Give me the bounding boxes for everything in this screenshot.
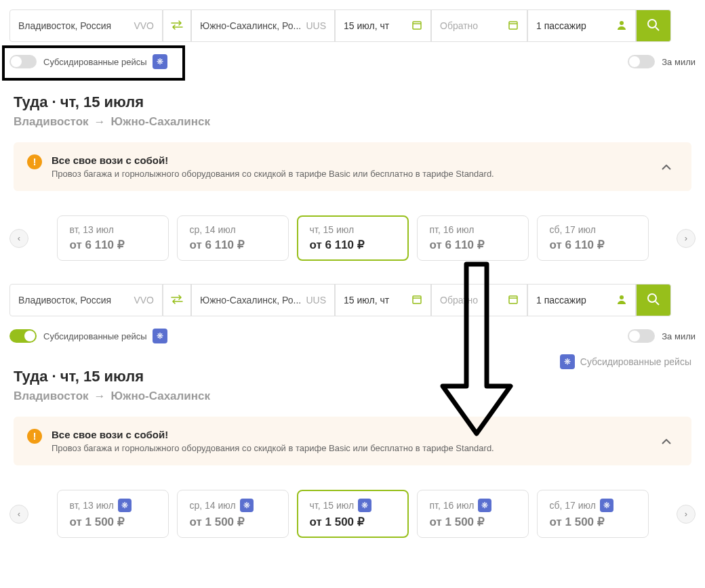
miles-toggle-group: За мили <box>628 329 696 343</box>
date-tile[interactable]: вт, 13 июл от 6 110 ₽ <box>57 215 169 261</box>
to-city: Южно-Сахалинск, Ро... <box>200 295 301 306</box>
to-field[interactable]: Южно-Сахалинск, Ро... UUS <box>191 9 335 42</box>
date-tile[interactable]: ср, 14 июл от 1 500 ₽ <box>177 490 289 538</box>
svg-point-2 <box>620 21 624 25</box>
return-date-field[interactable]: Обратно <box>431 9 527 42</box>
date-tile[interactable]: сб, 17 июл от 6 110 ₽ <box>537 215 649 261</box>
from-city: Владивосток, Россия <box>18 295 111 306</box>
route-text: Владивосток → Южно-Сахалинск <box>14 115 691 129</box>
svg-point-7 <box>648 294 656 302</box>
banner-text: Провоз багажа и горнолыжного оборудовани… <box>52 169 494 179</box>
next-dates-button[interactable]: › <box>677 505 696 524</box>
date-tile[interactable]: вт, 13 июл от 1 500 ₽ <box>57 490 169 538</box>
toggle-row-2: Субсидированные рейсы За мили <box>0 326 705 352</box>
banner-text: Провоз багажа и горнолыжного оборудовани… <box>52 443 494 453</box>
person-icon <box>616 294 627 307</box>
date-tile[interactable]: ср, 14 июл от 6 110 ₽ <box>177 215 289 261</box>
to-field[interactable]: Южно-Сахалинск, Ро... UUS <box>191 284 335 316</box>
next-dates-button[interactable]: › <box>677 229 696 248</box>
direction-title: Туда · чт, 15 июля <box>14 368 210 385</box>
depart-date-field[interactable]: 15 июл, чт <box>335 9 431 42</box>
date-carousel-1: ‹ вт, 13 июл от 6 110 ₽ ср, 14 июл от 6 … <box>0 202 705 268</box>
eagle-icon <box>153 329 167 343</box>
depart-date-field[interactable]: 15 июл, чт <box>335 284 431 316</box>
svg-rect-0 <box>413 22 421 29</box>
svg-point-6 <box>620 295 624 299</box>
prev-dates-button[interactable]: ‹ <box>9 229 28 248</box>
from-code: VVO <box>129 295 154 306</box>
miles-label: За мили <box>662 331 696 341</box>
to-city: Южно-Сахалинск, Ро... <box>200 20 301 31</box>
miles-label: За мили <box>662 57 696 67</box>
pax-text: 1 пассажир <box>536 295 586 306</box>
from-field[interactable]: Владивосток, Россия VVO <box>9 9 163 42</box>
calendar-icon <box>411 20 422 33</box>
info-banner-2[interactable]: ! Все свое вози с собой! Провоз багажа и… <box>14 417 691 465</box>
exclamation-icon: ! <box>27 429 42 444</box>
calendar-icon <box>508 20 519 33</box>
search-bar-2: Владивосток, Россия VVO Южно-Сахалинск, … <box>0 274 705 326</box>
subsidized-toggle-on[interactable] <box>9 329 37 343</box>
svg-rect-4 <box>413 296 421 303</box>
subsidy-tag-text: Субсидированные рейсы <box>580 356 691 367</box>
highlight-annotation <box>2 45 185 81</box>
person-icon <box>616 20 627 33</box>
passengers-field[interactable]: 1 пассажир <box>527 284 636 316</box>
return-date-text: Обратно <box>440 20 478 31</box>
subsidy-tag: Субсидированные рейсы <box>555 352 705 369</box>
from-field[interactable]: Владивосток, Россия VVO <box>9 284 163 316</box>
miles-toggle[interactable] <box>628 55 655 68</box>
prev-dates-button[interactable]: ‹ <box>9 505 28 524</box>
chevron-up-icon <box>662 435 678 447</box>
calendar-icon <box>411 294 422 307</box>
route-to: Южно-Сахалинск <box>111 115 210 129</box>
route-from: Владивосток <box>14 115 89 129</box>
banner-title: Все свое вози с собой! <box>52 154 494 166</box>
exclamation-icon: ! <box>27 154 42 169</box>
route-from: Владивосток <box>14 390 89 403</box>
eagle-icon <box>600 499 613 512</box>
svg-rect-1 <box>509 22 517 29</box>
date-tile[interactable]: пт, 16 июл от 6 110 ₽ <box>417 215 529 261</box>
date-tile-selected[interactable]: чт, 15 июл от 1 500 ₽ <box>297 490 409 538</box>
swap-icon <box>171 20 183 33</box>
miles-toggle-group: За мили <box>628 55 696 68</box>
section-header-1: Туда · чт, 15 июля Владивосток → Южно-Са… <box>0 77 705 131</box>
route-text: Владивосток → Южно-Сахалинск <box>14 390 210 403</box>
svg-point-3 <box>648 20 656 28</box>
eagle-icon <box>560 354 575 369</box>
eagle-icon <box>118 499 132 512</box>
date-tile-selected[interactable]: чт, 15 июл от 6 110 ₽ <box>297 215 409 261</box>
eagle-icon <box>478 499 491 512</box>
subsidized-label: Субсидированные рейсы <box>43 331 147 341</box>
depart-date-text: 15 июл, чт <box>344 20 389 31</box>
banner-title: Все свое вози с собой! <box>52 429 494 440</box>
passengers-field[interactable]: 1 пассажир <box>527 9 636 42</box>
depart-date-text: 15 июл, чт <box>344 295 389 306</box>
miles-toggle[interactable] <box>628 329 655 343</box>
search-bar-1: Владивосток, Россия VVO Южно-Сахалинск, … <box>0 0 705 51</box>
arrow-right-icon: → <box>94 390 106 403</box>
eagle-icon <box>240 499 254 512</box>
date-tile[interactable]: пт, 16 июл от 1 500 ₽ <box>417 490 529 538</box>
to-code: UUS <box>302 295 326 306</box>
search-icon <box>647 293 660 308</box>
route-to: Южно-Сахалинск <box>111 390 210 403</box>
from-code: VVO <box>129 20 154 31</box>
search-icon <box>647 18 660 34</box>
section-header-2: Туда · чт, 15 июля Владивосток → Южно-Са… <box>0 352 224 406</box>
chevron-up-icon <box>662 161 678 173</box>
arrow-right-icon: → <box>94 115 106 129</box>
info-banner-1[interactable]: ! Все свое вози с собой! Провоз багажа и… <box>14 142 691 191</box>
swap-button[interactable] <box>163 9 191 42</box>
search-button[interactable] <box>636 284 671 316</box>
to-code: UUS <box>302 20 326 31</box>
date-tile[interactable]: сб, 17 июл от 1 500 ₽ <box>537 490 649 538</box>
eagle-icon <box>358 499 371 512</box>
direction-title: Туда · чт, 15 июля <box>14 93 691 111</box>
swap-button[interactable] <box>163 284 191 316</box>
swap-icon <box>171 294 183 307</box>
search-button[interactable] <box>636 9 671 42</box>
from-city: Владивосток, Россия <box>18 20 111 31</box>
date-carousel-2: ‹ вт, 13 июл от 1 500 ₽ ср, 14 июл от 1 … <box>0 476 705 545</box>
